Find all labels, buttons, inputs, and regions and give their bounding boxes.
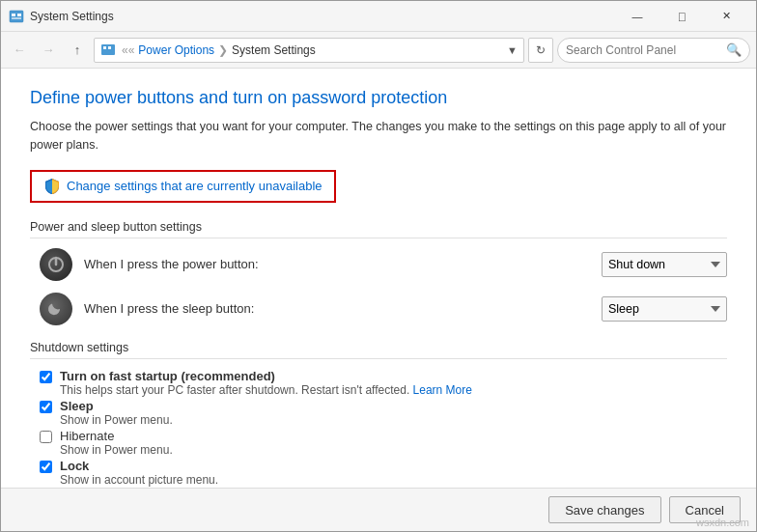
system-settings-window: System Settings — ⎕ ✕ ← → ↑ «« Power Opt… bbox=[0, 0, 757, 532]
forward-button[interactable]: → bbox=[36, 38, 61, 63]
lock-content: Lock Show in account picture menu. bbox=[60, 459, 218, 487]
hibernate-checkbox-row: Hibernate Show in Power menu. bbox=[30, 429, 727, 457]
breadcrumb-separator1: «« bbox=[122, 43, 134, 57]
addressbar: ← → ↑ «« Power Options ❯ System Settings… bbox=[1, 32, 756, 69]
lock-desc: Show in account picture menu. bbox=[60, 473, 218, 487]
fast-startup-checkbox[interactable] bbox=[40, 371, 52, 383]
sleep-button-row: When I press the sleep button: Sleep Hib… bbox=[30, 293, 727, 325]
sleep-content: Sleep Show in Power menu. bbox=[60, 399, 173, 427]
window-icon bbox=[9, 9, 24, 24]
search-box[interactable]: 🔍 bbox=[557, 38, 750, 63]
svg-rect-3 bbox=[12, 17, 21, 19]
sleep-desc: Show in Power menu. bbox=[60, 413, 173, 427]
hibernate-checkbox[interactable] bbox=[40, 431, 52, 443]
lock-title: Lock bbox=[60, 459, 218, 473]
titlebar: System Settings — ⎕ ✕ bbox=[1, 1, 756, 32]
shield-uac-icon bbox=[43, 178, 61, 195]
content-area: Define power buttons and turn on passwor… bbox=[1, 69, 756, 488]
lock-checkbox[interactable] bbox=[40, 461, 52, 473]
up-button[interactable]: ↑ bbox=[65, 38, 90, 63]
titlebar-buttons: — ⎕ ✕ bbox=[615, 1, 748, 32]
breadcrumb-power-options[interactable]: Power Options bbox=[138, 43, 214, 57]
svg-rect-4 bbox=[101, 44, 115, 55]
sleep-checkbox-row: Sleep Show in Power menu. bbox=[30, 399, 727, 427]
search-input[interactable] bbox=[566, 43, 726, 57]
search-icon: 🔍 bbox=[726, 42, 742, 57]
sleep-checkbox[interactable] bbox=[40, 401, 52, 413]
address-dropdown-button[interactable]: ▼ bbox=[507, 44, 518, 56]
sleep-button-dropdown[interactable]: Sleep Hibernate Shut down Turn off the d… bbox=[602, 296, 727, 322]
change-settings-label: Change settings that are currently unava… bbox=[67, 179, 322, 193]
power-button-label: When I press the power button: bbox=[84, 257, 590, 271]
sleep-button-icon bbox=[40, 293, 72, 325]
sleep-title: Sleep bbox=[60, 399, 173, 413]
back-button[interactable]: ← bbox=[7, 38, 32, 63]
learn-more-link[interactable]: Learn More bbox=[413, 383, 472, 397]
window-title: System Settings bbox=[30, 10, 615, 23]
lock-checkbox-row: Lock Show in account picture menu. bbox=[30, 459, 727, 487]
fast-startup-title: Turn on fast startup (recommended) bbox=[60, 369, 472, 383]
address-path[interactable]: «« Power Options ❯ System Settings ▼ bbox=[94, 38, 524, 63]
svg-rect-1 bbox=[12, 14, 15, 16]
svg-rect-2 bbox=[17, 14, 21, 16]
hibernate-desc: Show in Power menu. bbox=[60, 443, 173, 457]
power-button-dropdown[interactable]: Shut down Sleep Hibernate Turn off the d… bbox=[602, 252, 727, 277]
power-sleep-section-label: Power and sleep button settings bbox=[30, 220, 727, 238]
breadcrumb-arrow: ❯ bbox=[218, 43, 228, 57]
fast-startup-row: Turn on fast startup (recommended) This … bbox=[30, 369, 727, 397]
maximize-button[interactable]: ⎕ bbox=[659, 1, 704, 32]
page-description: Choose the power settings that you want … bbox=[30, 118, 727, 154]
fast-startup-content: Turn on fast startup (recommended) This … bbox=[60, 369, 472, 397]
svg-rect-6 bbox=[108, 46, 111, 49]
power-button-row: When I press the power button: Shut down… bbox=[30, 248, 727, 281]
refresh-button[interactable]: ↻ bbox=[528, 38, 553, 63]
footer: Save changes Cancel bbox=[1, 488, 756, 531]
shutdown-section: Shutdown settings Turn on fast startup (… bbox=[30, 341, 727, 487]
power-button-icon bbox=[40, 248, 72, 281]
change-settings-link[interactable]: Change settings that are currently unava… bbox=[30, 170, 336, 203]
breadcrumb-current: System Settings bbox=[232, 43, 316, 57]
watermark: wsxdn.com bbox=[696, 517, 749, 528]
shutdown-section-label: Shutdown settings bbox=[30, 341, 727, 359]
sleep-button-label: When I press the sleep button: bbox=[84, 301, 590, 316]
minimize-button[interactable]: — bbox=[615, 1, 659, 32]
svg-rect-5 bbox=[103, 46, 106, 49]
fast-startup-desc: This helps start your PC faster after sh… bbox=[60, 383, 472, 397]
close-button[interactable]: ✕ bbox=[704, 1, 748, 32]
page-title: Define power buttons and turn on passwor… bbox=[30, 88, 727, 108]
save-changes-button[interactable]: Save changes bbox=[548, 496, 660, 523]
hibernate-content: Hibernate Show in Power menu. bbox=[60, 429, 173, 457]
hibernate-title: Hibernate bbox=[60, 429, 173, 443]
